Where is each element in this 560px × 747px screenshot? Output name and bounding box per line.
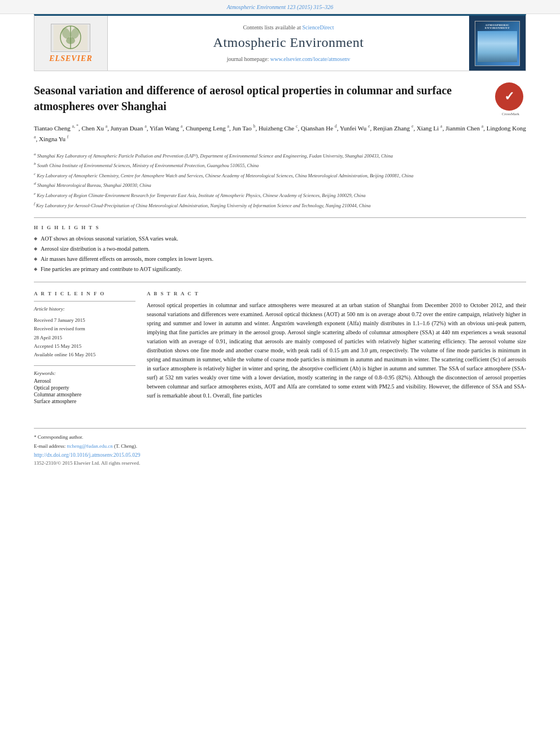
article-dates: Received 7 January 2015 Received in revi…: [34, 316, 135, 359]
cover-title: ATMOSPHERICENVIRONMENT: [485, 24, 510, 29]
highlights-heading: H I G H L I G H T S: [34, 225, 526, 230]
title-area: Seasonal variation and difference of aer…: [34, 82, 526, 114]
doi-line: http://dx.doi.org/10.1016/j.atmosenv.201…: [34, 452, 526, 458]
article-info-panel: A R T I C L E I N F O Article history: R…: [34, 291, 135, 405]
journal-cover-area: ATMOSPHERICENVIRONMENT: [469, 16, 526, 71]
highlight-item-2: Aerosol size distribution is a two-modal…: [34, 245, 526, 253]
journal-homepage-link[interactable]: www.elsevier.com/locate/atmosenv: [270, 56, 351, 62]
highlight-item-4: Fine particles are primary and contribut…: [34, 265, 526, 273]
keyword-1: Aerosol: [34, 378, 135, 384]
keywords-label: Keywords:: [34, 370, 135, 376]
article-title: Seasonal variation and difference of aer…: [34, 82, 526, 114]
affiliation-d: d Shanghai Meteorological Bureau, Shangh…: [34, 181, 526, 189]
divider-2: [34, 282, 526, 282]
cover-photo: [478, 31, 517, 62]
email-link[interactable]: ttcheng@fudan.edu.cn: [67, 443, 112, 449]
svg-point-5: [66, 37, 75, 44]
elsevier-wordmark: ELSEVIER: [49, 54, 92, 63]
highlights-section: H I G H L I G H T S AOT shows an obvious…: [34, 225, 526, 273]
footer-area: * Corresponding author. E-mail address: …: [34, 428, 526, 466]
publisher-logo-area: ELSEVIER: [34, 16, 108, 71]
affiliation-e: e Key Laboratory of Region Climate-Envir…: [34, 191, 526, 199]
abstract-text: Aerosol optical properties in columnar a…: [147, 301, 526, 400]
sciencedirect-link[interactable]: ScienceDirect: [302, 24, 334, 30]
highlight-item-3: Air masses have different effects on aer…: [34, 255, 526, 263]
affiliations-list: a Shanghai Key Laboratory of Atmospheric…: [34, 151, 526, 209]
article-info-heading: A R T I C L E I N F O: [34, 291, 135, 296]
date-accepted: Accepted 15 May 2015: [34, 342, 135, 351]
journal-name: Atmospheric Environment: [213, 35, 364, 50]
keyword-2: Optical property: [34, 385, 135, 391]
date-online: Available online 16 May 2015: [34, 351, 135, 359]
journal-header: ELSEVIER Contents lists available at Sci…: [34, 14, 526, 71]
elsevier-logo: ELSEVIER: [49, 24, 92, 63]
journal-reference-link[interactable]: Atmospheric Environment 123 (2015) 315–3…: [227, 4, 334, 10]
highlight-item-1: AOT shows an obvious seasonal variation,…: [34, 235, 526, 243]
email-note: E-mail address: ttcheng@fudan.edu.cn (T.…: [34, 443, 526, 449]
corresponding-author-note: * Corresponding author.: [34, 434, 526, 440]
crossmark-icon: ✓: [495, 82, 523, 111]
article-info-abstract-area: A R T I C L E I N F O Article history: R…: [34, 291, 526, 405]
affiliation-b: b South China Institute of Environmental…: [34, 161, 526, 169]
journal-title-area: Contents lists available at ScienceDirec…: [108, 16, 469, 71]
elsevier-tree-image: [51, 24, 90, 52]
history-label: Article history:: [34, 306, 135, 312]
journal-homepage-line: journal homepage: www.elsevier.com/locat…: [227, 56, 351, 62]
copyright-line: 1352-2310/© 2015 Elsevier Ltd. All right…: [34, 460, 526, 466]
affiliation-f: f Key Laboratory for Aerosol-Cloud-Preci…: [34, 201, 526, 209]
date-received: Received 7 January 2015: [34, 316, 135, 325]
crossmark-label: CrossMark: [495, 112, 526, 116]
crossmark-logo[interactable]: ✓ CrossMark: [495, 82, 526, 113]
sciencedirect-line: Contents lists available at ScienceDirec…: [243, 24, 334, 30]
info-divider: [34, 301, 135, 302]
divider-1: [34, 217, 526, 218]
authors-list: Tiantao Cheng a, *, Chen Xu a, Junyan Du…: [34, 123, 526, 145]
keyword-4: Surface atmosphere: [34, 399, 135, 404]
abstract-heading: A B S T R A C T: [147, 291, 526, 296]
date-revised: 28 April 2015: [34, 334, 135, 342]
abstract-panel: A B S T R A C T Aerosol optical properti…: [147, 291, 526, 405]
date-revised-label: Received in revised form: [34, 325, 135, 333]
keyword-3: Columnar atmosphere: [34, 392, 135, 397]
top-bar: Atmospheric Environment 123 (2015) 315–3…: [0, 0, 560, 14]
main-content: Seasonal variation and difference of aer…: [34, 71, 526, 417]
keywords-divider: [34, 365, 135, 366]
doi-link[interactable]: http://dx.doi.org/10.1016/j.atmosenv.201…: [34, 452, 140, 458]
affiliation-c: c Key Laboratory of Atmospheric Chemistr…: [34, 171, 526, 180]
journal-cover-image: ATMOSPHERICENVIRONMENT: [475, 21, 520, 66]
affiliation-a: a Shanghai Key Laboratory of Atmospheric…: [34, 151, 526, 160]
